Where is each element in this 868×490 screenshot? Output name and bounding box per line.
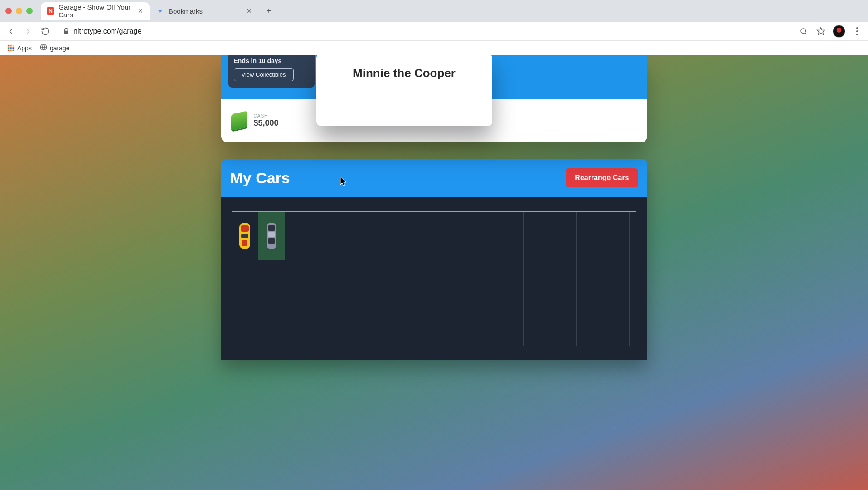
bookmark-label: Apps [17,44,32,52]
garage-slot[interactable] [364,212,391,260]
garage-slot[interactable] [258,260,285,309]
season-promo-box: Ends in 10 days View Collectibles [228,55,315,88]
my-cars-header: My Cars Rearrange Cars [221,159,647,197]
cash-amount: $5,000 [254,118,279,128]
apps-shortcut[interactable]: Apps [7,44,32,52]
garage-slot[interactable] [603,212,630,260]
svg-marker-2 [817,27,825,34]
lock-icon [63,28,70,35]
garage-slot[interactable] [497,260,524,309]
garage-slot[interactable] [444,212,471,260]
garage-slot[interactable] [338,260,365,309]
garage-slot[interactable] [417,212,444,260]
car-sprite-2[interactable] [265,221,278,251]
featured-car-card: Minnie the Cooper [316,55,492,126]
svg-rect-6 [8,47,10,49]
svg-rect-18 [268,225,275,231]
star-icon: ★ [156,7,164,15]
garage-slot[interactable] [550,309,577,346]
garage-slot[interactable] [417,309,444,346]
garage-slot-selected[interactable] [258,212,285,260]
garage-slot[interactable] [311,309,338,346]
close-window-icon[interactable] [5,8,12,14]
garage-slot[interactable] [311,212,338,260]
garage-slot[interactable] [603,309,630,346]
garage-slot[interactable] [577,309,603,346]
traffic-lights[interactable] [5,8,33,14]
garage-slot[interactable] [444,309,471,346]
garage-slot[interactable] [338,309,365,346]
tab-bookmarks[interactable]: ★ Bookmarks ✕ [150,2,258,20]
svg-rect-16 [242,240,247,246]
garage-slot[interactable] [338,212,365,260]
url-text: nitrotype.com/garage [73,27,141,35]
address-bar: nitrotype.com/garage [0,22,868,41]
garage-slot[interactable] [470,212,497,260]
url-input[interactable]: nitrotype.com/garage [57,24,792,38]
garage-slot[interactable] [550,260,577,309]
garage-slot[interactable] [285,260,312,309]
garage-slot[interactable] [577,260,603,309]
garage-slot[interactable] [311,260,338,309]
close-tab-icon[interactable]: ✕ [138,7,143,15]
tab-garage[interactable]: N Garage - Show Off Your Cars ✕ [41,2,150,20]
garage-slot[interactable] [258,309,285,346]
my-cars-title: My Cars [230,169,290,187]
globe-icon [40,44,47,52]
svg-rect-5 [13,44,15,46]
page-viewport: Ends in 10 days View Collectibles Minnie… [0,55,868,490]
garage-slot[interactable] [232,212,259,260]
garage-slot[interactable] [444,260,471,309]
forward-icon[interactable] [23,26,34,37]
view-collectibles-button[interactable]: View Collectibles [234,68,294,81]
cash-icon [231,111,247,131]
garage-slot[interactable] [524,212,550,260]
garage-slot[interactable] [364,260,391,309]
minimize-window-icon[interactable] [16,8,22,14]
garage-slot[interactable] [391,309,418,346]
garage-slot[interactable] [497,309,524,346]
garage-slot[interactable] [470,309,497,346]
svg-rect-11 [13,49,15,51]
garage-slot[interactable] [497,212,524,260]
garage-slot[interactable] [524,309,550,346]
svg-rect-3 [8,44,10,46]
maximize-window-icon[interactable] [26,8,33,14]
garage-slot[interactable] [364,309,391,346]
tab-title: Garage - Show Off Your Cars [58,3,133,19]
svg-rect-20 [268,232,275,237]
garage-slot[interactable] [232,309,259,346]
garage-slot[interactable] [285,212,312,260]
reload-icon[interactable] [40,26,51,37]
svg-rect-19 [268,238,275,244]
garage-slot[interactable] [550,212,577,260]
nitrotype-favicon-icon: N [47,7,54,15]
svg-rect-15 [241,234,248,238]
garage-slot[interactable] [232,260,259,309]
my-cars-panel: My Cars Rearrange Cars [221,159,647,360]
garage-slot[interactable] [391,212,418,260]
rearrange-cars-button[interactable]: Rearrange Cars [566,168,638,187]
back-icon[interactable] [5,26,16,37]
garage-slot[interactable] [524,260,550,309]
car-sprite-1[interactable] [238,221,252,251]
bookmarks-bar: Apps garage [0,41,868,55]
window-titlebar: N Garage - Show Off Your Cars ✕ ★ Bookma… [0,0,868,22]
close-tab-icon[interactable]: ✕ [247,7,252,15]
garage-slot[interactable] [577,212,603,260]
svg-rect-4 [10,44,12,46]
bookmark-star-icon[interactable] [815,26,826,37]
svg-line-1 [805,33,806,34]
bookmark-garage[interactable]: garage [40,44,70,52]
new-tab-button[interactable]: + [262,4,276,18]
svg-rect-9 [8,49,10,51]
garage-slot[interactable] [603,260,630,309]
svg-point-0 [801,29,806,34]
search-icon[interactable] [798,26,809,37]
menu-kebab-icon[interactable] [852,26,863,37]
garage-slot[interactable] [391,260,418,309]
garage-slot[interactable] [417,260,444,309]
garage-slot[interactable] [470,260,497,309]
profile-avatar[interactable] [833,25,845,38]
garage-slot[interactable] [285,309,312,346]
